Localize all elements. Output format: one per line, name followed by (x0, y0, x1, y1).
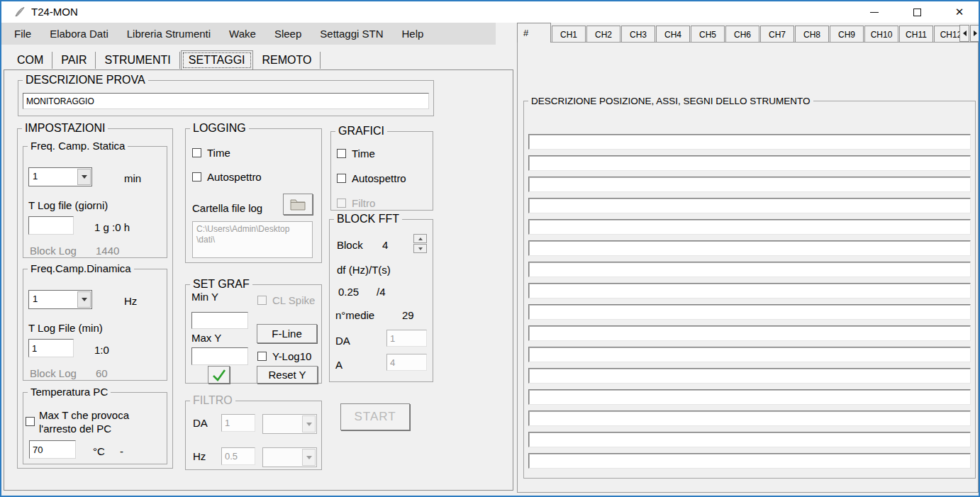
tlog-giorni-input[interactable] (28, 216, 74, 235)
freq-dinamica-combobox[interactable]: 1 (28, 290, 92, 309)
freq-statica-value: 1 (33, 171, 38, 182)
settaggi-tab-page: DESCRIZIONE PROVA IMPOSTAZIONI Freq. Cam… (4, 69, 513, 491)
descrizione-prova-group: DESCRIZIONE PROVA (18, 80, 434, 116)
menu-settaggi-stn[interactable]: Settaggi STN (311, 24, 392, 43)
logging-time-label: Time (207, 147, 230, 159)
freq-statica-combobox[interactable]: 1 (28, 167, 92, 186)
close-icon: ✕ (955, 6, 964, 18)
freq-dinamica-unit: Hz (124, 295, 137, 307)
reset-y-button[interactable]: Reset Y (257, 366, 318, 384)
checkbox-icon (192, 148, 201, 157)
temperatura-dash: - (120, 445, 123, 457)
channel-tab-ch1[interactable]: CH1 (552, 26, 586, 43)
channel-tab-ch8[interactable]: CH8 (795, 26, 829, 43)
channel-tab-ch7[interactable]: CH7 (760, 26, 794, 43)
channel-description-field[interactable] (528, 411, 971, 426)
menu-file[interactable]: File (5, 24, 40, 43)
channel-tab-ch2[interactable]: CH2 (586, 26, 620, 43)
y-log10-checkbox[interactable]: Y-Log10 (257, 350, 311, 362)
channel-tab-ch5[interactable]: CH5 (691, 26, 725, 43)
channel-description-field[interactable] (528, 262, 971, 277)
max-y-input[interactable] (191, 347, 248, 365)
apply-y-range-button[interactable] (208, 366, 230, 384)
channel-description-field[interactable] (528, 134, 971, 150)
title-bar: T24-MON ✕ (1, 1, 979, 23)
menu-wake[interactable]: Wake (220, 24, 265, 43)
menu-help[interactable]: Help (393, 24, 433, 43)
filtro-hz-label: Hz (193, 450, 206, 462)
channel-description-field[interactable] (528, 347, 971, 362)
channel-description-field[interactable] (528, 325, 971, 341)
channel-tab-ch10[interactable]: CH10 (864, 26, 898, 43)
scroll-left-icon (963, 30, 967, 36)
menu-elabora-dati[interactable]: Elabora Dati (40, 24, 118, 43)
logging-autospettro-checkbox[interactable]: Autospettro (192, 171, 262, 183)
descrizione-prova-input[interactable] (23, 93, 429, 109)
max-t-label-line2: l'arresto del PC (39, 423, 111, 435)
freq-dinamica-dropdown-button[interactable] (77, 291, 91, 308)
min-y-input[interactable] (191, 312, 248, 329)
tlog-giorni-label: T Log file (giorni) (28, 199, 108, 211)
channel-description-field[interactable] (528, 389, 971, 405)
tlog-min-label: T Log File (min) (28, 322, 103, 334)
logging-time-checkbox[interactable]: Time (192, 147, 230, 159)
channel-description-field[interactable] (528, 453, 971, 469)
channel-description-field[interactable] (528, 155, 971, 171)
channel-description-field[interactable] (528, 177, 971, 192)
channel-description-field[interactable] (528, 432, 971, 447)
fft-da-label: DA (335, 335, 350, 347)
channel-tab-ch6[interactable]: CH6 (725, 26, 759, 43)
block-spinner-up-button[interactable] (413, 234, 427, 243)
channel-description-field[interactable] (528, 304, 971, 320)
max-t-checkbox[interactable] (26, 417, 35, 426)
freq-dinamica-value: 1 (33, 294, 38, 304)
close-button[interactable]: ✕ (943, 1, 976, 23)
channel-tabs-scroll-left-button[interactable] (959, 25, 969, 42)
tab-pair[interactable]: PAIR (52, 52, 96, 69)
min-y-label: Min Y (191, 291, 218, 303)
fft-a-input (386, 354, 427, 371)
channel-description-field[interactable] (528, 368, 971, 384)
f-line-button[interactable]: F-Line (257, 324, 317, 343)
channel-tab-ch4[interactable]: CH4 (656, 26, 690, 43)
tlog-min-input[interactable] (28, 339, 74, 357)
browse-folder-button[interactable] (283, 194, 313, 215)
channel-hash-tab-page: DESCRIZIONE POSIZIONE, ASSI, SEGNI DELLO… (517, 42, 979, 493)
filtro-hz-combobox (262, 447, 317, 467)
channel-tab-hash[interactable]: # (517, 23, 551, 43)
channel-tab-ch9[interactable]: CH9 (830, 26, 864, 43)
menu-sleep[interactable]: Sleep (265, 24, 311, 43)
grafici-autospettro-checkbox[interactable]: Autospettro (337, 172, 406, 184)
channel-tab-ch11[interactable]: CH11 (899, 26, 933, 43)
channel-description-field[interactable] (528, 219, 971, 235)
temperatura-unit: °C (93, 445, 105, 457)
channel-tabs-scroll-right-button[interactable] (970, 25, 980, 42)
tab-remoto[interactable]: REMOTO (254, 52, 321, 69)
minimize-button[interactable] (858, 1, 891, 23)
cl-spike-checkbox: CL Spike (257, 294, 315, 306)
block-label: Block (337, 239, 363, 251)
app-window: T24-MON ✕ File Elabora Dati Libreria Str… (0, 0, 980, 497)
block-log-dinamica-value: 60 (96, 367, 108, 379)
channel-description-field[interactable] (528, 198, 971, 213)
descrizione-posizione-title: DESCRIZIONE POSIZIONE, ASSI, SEGNI DELLO… (528, 96, 813, 106)
freq-statica-dropdown-button[interactable] (77, 169, 91, 185)
channel-description-fields (528, 134, 971, 474)
channel-description-field[interactable] (528, 283, 971, 298)
block-fft-group: BLOCK FFT Block 4 df (Hz)/T(s) 0.25 /4 n… (329, 219, 433, 382)
maximize-button[interactable] (901, 1, 933, 23)
grafici-time-checkbox[interactable]: Time (337, 147, 375, 160)
tab-com[interactable]: COM (9, 52, 52, 69)
tab-strumenti[interactable]: STRUMENTI (96, 52, 179, 69)
checkbox-icon (337, 199, 346, 208)
fft-da-input (386, 330, 427, 347)
max-t-input[interactable] (29, 440, 76, 459)
temperatura-pc-group: Temperatura PC Max T che provoca l'arres… (23, 392, 167, 464)
channel-tab-ch3[interactable]: CH3 (621, 26, 655, 43)
window-title: T24-MON (31, 6, 78, 18)
channel-description-field[interactable] (528, 240, 971, 256)
menu-libreria-strumenti[interactable]: Libreria Strumenti (118, 24, 220, 43)
tab-settaggi[interactable]: SETTAGGI (181, 50, 253, 70)
block-spinner-down-button[interactable] (413, 244, 427, 253)
logging-title: LOGGING (190, 122, 249, 135)
